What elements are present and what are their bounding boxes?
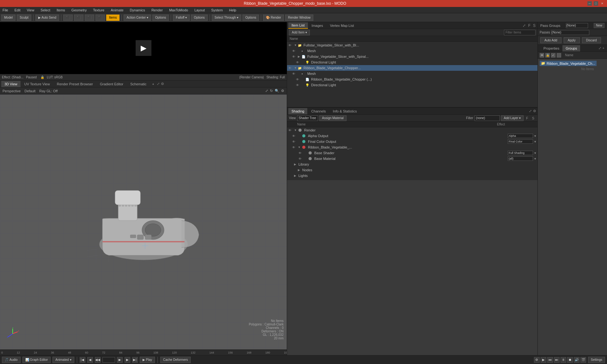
filter-items-input[interactable] — [504, 30, 536, 35]
settings-btn[interactable]: Settings — [588, 357, 605, 363]
menu-items[interactable]: Items — [55, 8, 66, 13]
graph-editor-btn[interactable]: 📊 Graph Editor — [22, 357, 51, 363]
tab-schematic[interactable]: Schematic — [127, 81, 150, 87]
menu-animate[interactable]: Animate — [109, 8, 125, 13]
sculpt-btn[interactable]: Sculpt — [17, 15, 31, 21]
perspective-label[interactable]: Perspective — [3, 89, 21, 93]
sh-settings-icon[interactable]: ⚙ — [533, 109, 536, 113]
eye-icon[interactable]: 👁 — [296, 78, 300, 81]
menu-file[interactable]: File — [1, 8, 9, 13]
prev-frame-btn[interactable]: ◀ — [87, 357, 93, 363]
sh-row[interactable]: 👁 Base Material (all) ▾ — [287, 156, 537, 161]
maximize-btn[interactable]: □ — [594, 1, 598, 6]
menu-dynamics[interactable]: Dynamics — [129, 8, 146, 13]
sh-eye-icon[interactable]: 👁 — [292, 134, 297, 138]
eye-icon[interactable]: 👁 — [292, 55, 297, 58]
play-btn[interactable]: ▶ Play — [140, 357, 155, 363]
tab-render-preset[interactable]: Render Preset Browser — [54, 81, 96, 87]
ray-gl-label[interactable]: Ray GL: Off — [39, 89, 58, 93]
menu-help[interactable]: Help — [228, 8, 238, 13]
sh-eye-icon[interactable]: 👁 — [288, 129, 293, 132]
play-preview-btn[interactable]: ▶ — [136, 40, 151, 56]
menu-system[interactable]: System — [210, 8, 224, 13]
eye-icon[interactable]: 👁 — [288, 66, 293, 70]
status-icon-4[interactable]: ⏭ — [554, 357, 560, 363]
new-pass-group-btn[interactable]: New — [594, 23, 604, 28]
sh-row[interactable]: 👁 Alpha Output Alpha ▾ — [287, 133, 537, 139]
render-window-btn[interactable]: Render Window — [285, 15, 313, 21]
expand-arrow[interactable]: ▼ — [294, 66, 297, 70]
sh-row[interactable]: 👁 ▶ Lights — [287, 173, 537, 179]
icon-btn-2[interactable]: ⬛ — [74, 15, 83, 21]
options-btn-2[interactable]: Options — [191, 15, 207, 21]
falloff-btn[interactable]: Falloff ▾ — [173, 15, 190, 21]
status-icon-2[interactable]: ▶ — [541, 357, 546, 363]
sh-row[interactable]: 👁 ▼ Ribbon_Blade_Vegetable_... — [287, 144, 537, 150]
vh-settings-icon[interactable]: ⚙ — [281, 89, 284, 93]
viewport-expand-icon[interactable]: ⤢ — [157, 82, 160, 86]
menu-edit[interactable]: Edit — [13, 8, 22, 13]
options-btn-3[interactable]: Options — [242, 15, 259, 21]
passes-select[interactable]: (None) — [551, 30, 589, 35]
menu-render[interactable]: Render — [150, 8, 164, 13]
viewport-3d[interactable]: No Items Polygons : Catmull-Clark Channe… — [0, 94, 287, 349]
next-key-btn[interactable]: ▶| — [132, 357, 138, 363]
vh-sync-icon[interactable]: ↻ — [270, 89, 273, 93]
sh-expand-icon[interactable]: ▶ — [298, 168, 301, 172]
select-through-btn[interactable]: Select Through ▾ — [212, 15, 241, 21]
shading-list-content[interactable]: 👁 ▼ Render 👁 Alpha Output Alpha ▾ — [287, 127, 537, 180]
audio-btn[interactable]: 🎵 Audio — [2, 357, 21, 363]
item-row[interactable]: 👁 📄 Ribbon_Blade_Vegetable_Chopper (...) — [287, 76, 537, 82]
il-settings-icon[interactable]: F — [528, 23, 531, 28]
item-row[interactable]: 👁 ▶ 📄 Fullstar_Vegetable_Slicer_with_Spi… — [287, 54, 537, 59]
sh-row[interactable]: 👁 ▶ Environments — [287, 179, 537, 180]
eye-icon[interactable]: 👁 — [288, 44, 293, 47]
sh-f-label[interactable]: F — [525, 116, 530, 120]
sh-eye-icon[interactable]: 👁 — [298, 151, 303, 155]
menu-select[interactable]: Select — [39, 8, 52, 13]
group-item[interactable]: 📁 Ribbon_Blade_Vegetable_Ch... — [540, 61, 597, 66]
vh-expand-icon[interactable]: ⤢ — [265, 89, 268, 93]
expand-arrow[interactable]: ▶ — [298, 55, 301, 58]
view-select[interactable]: Shader Tree — [297, 115, 318, 121]
tab-images[interactable]: Images — [309, 22, 326, 29]
sh-eye-icon[interactable]: 👁 — [298, 157, 303, 161]
sh-eye-icon[interactable]: 👁 — [292, 146, 297, 149]
apply-btn[interactable]: Apply — [564, 37, 580, 43]
tab-add-btn[interactable]: + — [150, 82, 156, 87]
menu-geometry[interactable]: Geometry — [70, 8, 88, 13]
status-icon-5[interactable]: ⏸ — [561, 357, 566, 363]
groups-icon-3[interactable]: ✓ — [551, 53, 555, 58]
items-btn[interactable]: Items — [106, 15, 120, 21]
sh-expand-icon[interactable]: ▶ — [294, 163, 297, 166]
groups-list[interactable]: 📁 Ribbon_Blade_Vegetable_Ch... No Items — [538, 59, 598, 355]
item-row[interactable]: 👁 ▪ Mesh — [287, 48, 537, 54]
tab-gradient-editor[interactable]: Gradient Editor — [97, 81, 126, 87]
tab-properties[interactable]: Properties — [540, 45, 562, 52]
play-rev-btn[interactable]: ◀◀ — [95, 357, 101, 363]
item-row[interactable]: 👁 ▼ 📁 Ribbon_Blade_Vegetable_Chopper... — [287, 65, 537, 71]
status-icon-6[interactable]: ⏹ — [567, 357, 573, 363]
sh-effect-select[interactable]: Final Color — [508, 139, 533, 144]
sh-s-label[interactable]: S — [531, 116, 536, 120]
window-controls[interactable]: ─ □ ✕ — [587, 1, 604, 6]
eye-icon[interactable]: 👁 — [292, 72, 297, 76]
menu-view[interactable]: View — [26, 8, 36, 13]
sh-row[interactable]: 👁 ▶ Nodes — [287, 167, 537, 173]
tab-item-list[interactable]: Item List — [288, 22, 308, 29]
tab-uv-texture[interactable]: UV Texture View — [21, 81, 53, 87]
sh-expand-icon[interactable]: ⤢ — [529, 109, 532, 113]
sh-expand-icon[interactable]: ▶ — [294, 174, 297, 177]
item-row[interactable]: 👁 ▪ Mesh — [287, 71, 537, 76]
icon-btn-4[interactable]: ⬛ — [95, 15, 105, 21]
icon-btn-3[interactable]: ⬛ — [85, 15, 94, 21]
timeline[interactable]: 0 12 24 36 48 60 72 84 96 108 120 132 14… — [0, 349, 287, 355]
tab-groups[interactable]: Groups — [562, 45, 580, 52]
render-btn[interactable]: 🎨 Render — [263, 15, 284, 21]
sh-row[interactable]: 👁 ▶ Library — [287, 161, 537, 167]
model-btn[interactable]: Model — [1, 15, 15, 21]
sh-expand-icon[interactable]: ▶ — [298, 180, 301, 180]
groups-icon-1[interactable]: 👁 — [540, 53, 544, 58]
sh-row[interactable]: 👁 Final Color Output Final Color ▾ — [287, 139, 537, 144]
add-layer-btn[interactable]: Add Layer ▾ — [501, 115, 524, 121]
